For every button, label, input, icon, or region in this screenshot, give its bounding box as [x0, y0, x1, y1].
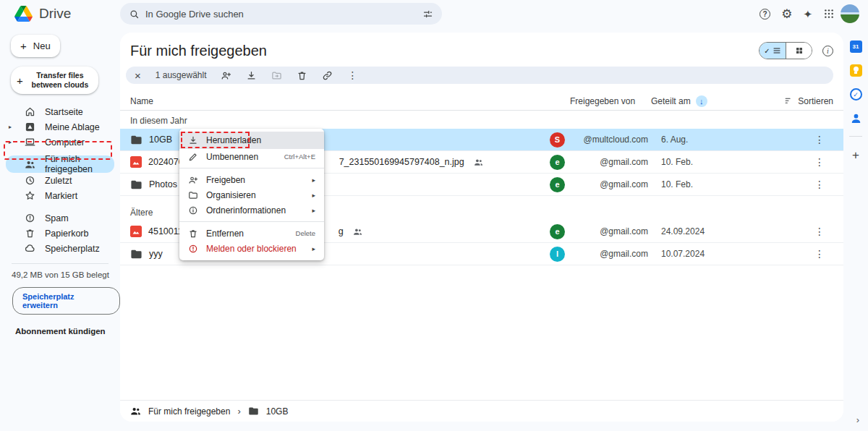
download-icon[interactable] [246, 70, 257, 81]
copy-link-icon[interactable] [322, 70, 333, 81]
owner-avatar: e [550, 177, 565, 192]
menu-item-rename[interactable]: Umbenennen Ctrl+Alt+E [179, 149, 324, 164]
home-icon [25, 106, 35, 117]
menu-item-organize[interactable]: Organisieren ▸ [179, 187, 324, 202]
search-icon [129, 9, 140, 20]
apps-grid-icon[interactable] [823, 8, 835, 20]
menu-divider [179, 221, 324, 222]
context-menu: Herunterladen Umbenennen Ctrl+Alt+E Frei… [179, 129, 324, 260]
sidebar-item-label: Speicherplatz [45, 244, 100, 254]
tasks-icon[interactable]: ✓ [850, 88, 862, 101]
my-drive-icon [25, 121, 35, 132]
row-more-icon[interactable]: ⋮ [814, 226, 825, 237]
search-filter-icon[interactable] [422, 9, 433, 20]
sidebar-item-label: Startseite [45, 107, 83, 117]
header-shared-by[interactable]: Freigegeben von [550, 96, 651, 106]
star-icon [25, 190, 35, 201]
share-person-add-icon[interactable] [221, 70, 231, 81]
sidebar-item-startseite[interactable]: Startseite [6, 104, 114, 119]
drive-logo-icon [14, 6, 33, 22]
folder-icon [248, 406, 259, 417]
menu-item-label: Organisieren [206, 190, 256, 200]
sidebar-item-meine-ablage[interactable]: ▸ Meine Ablage [6, 119, 114, 135]
list-view-button[interactable]: ✓ [760, 43, 786, 59]
info-icon [188, 205, 198, 216]
menu-item-label: Herunterladen [206, 135, 261, 145]
menu-divider [179, 168, 324, 168]
show-side-panel-icon[interactable]: › [856, 414, 859, 425]
account-avatar[interactable] [841, 4, 859, 23]
details-info-icon[interactable]: i [822, 46, 833, 56]
trash-icon [25, 228, 35, 239]
sidebar-item-label: Markiert [45, 191, 77, 201]
page-header: Für mich freigegeben ✓ i [120, 33, 843, 59]
header-shared-on-label: Geteilt am [651, 96, 691, 106]
sidebar-item-fuer-mich-freigegeben[interactable]: Für mich freigegeben [6, 155, 114, 173]
shared-date: 24.09.2024 [651, 226, 768, 236]
owner-avatar: l [550, 247, 565, 262]
shared-with-me-icon [130, 406, 141, 417]
row-more-icon[interactable]: ⋮ [814, 156, 825, 168]
gemini-sparkle-icon[interactable]: ✦ [803, 9, 812, 20]
row-more-icon[interactable]: ⋮ [814, 248, 825, 260]
expand-arrow-icon[interactable]: ▸ [9, 124, 12, 130]
owner-email: @gmail.com [565, 179, 651, 189]
drive-logo[interactable]: Drive [14, 6, 71, 22]
sidebar-item-computer[interactable]: ▸ Computer [6, 135, 114, 150]
sidebar-item-papierkorb[interactable]: Papierkorb [6, 226, 114, 241]
header-name[interactable]: Name [130, 96, 550, 106]
clear-selection-icon[interactable]: × [135, 70, 141, 81]
sort-control[interactable]: Sortieren [768, 96, 833, 106]
trash-icon [188, 229, 198, 239]
plus-icon: + [17, 74, 23, 87]
sidebar-divider [12, 263, 109, 264]
sort-descending-icon[interactable]: ↓ [696, 95, 707, 107]
sidebar-item-zuletzt[interactable]: Zuletzt [6, 173, 114, 188]
sidebar-item-markiert[interactable]: Markiert [6, 188, 114, 203]
plus-icon: + [20, 40, 27, 52]
menu-item-label: Ordnerinformationen [206, 205, 286, 216]
menu-item-remove[interactable]: Entfernen Delete [179, 226, 324, 241]
breadcrumb-root[interactable]: Für mich freigegeben [148, 406, 230, 417]
search-input[interactable] [145, 9, 417, 20]
shared-date: 10.07.2024 [651, 249, 768, 259]
row-more-icon[interactable]: ⋮ [814, 179, 825, 190]
menu-item-report-or-block[interactable]: Melden oder blockieren ▸ [179, 241, 324, 256]
chevron-right-icon: › [237, 406, 240, 417]
menu-item-share[interactable]: Freigeben ▸ [179, 172, 324, 187]
sidebar-item-spam[interactable]: Spam [6, 210, 114, 226]
grid-view-icon [795, 46, 804, 55]
grid-view-button[interactable] [786, 43, 812, 59]
menu-item-label: Umbenennen [206, 152, 258, 162]
more-actions-icon[interactable]: ⋮ [347, 69, 357, 81]
add-app-icon[interactable]: + [852, 148, 859, 163]
search-bar[interactable] [120, 3, 442, 25]
row-more-icon[interactable]: ⋮ [814, 134, 825, 145]
menu-item-folder-info[interactable]: Ordnerinformationen ▸ [179, 202, 324, 218]
trash-icon[interactable] [297, 70, 307, 81]
sidebar-item-speicherplatz[interactable]: Speicherplatz [6, 241, 114, 256]
sort-label: Sortieren [798, 96, 833, 106]
cancel-subscription-link[interactable]: Abonnement kündigen [15, 327, 120, 336]
sort-lines-icon [784, 96, 793, 106]
help-icon[interactable]: ? [760, 9, 770, 20]
shared-people-icon [474, 158, 483, 167]
menu-item-download[interactable]: Herunterladen [179, 132, 324, 149]
file-name-end: 7_231550169945797408_n.jpg [339, 157, 464, 167]
calendar-icon[interactable]: 31 [850, 40, 862, 53]
new-button[interactable]: + Neu [11, 35, 60, 57]
menu-item-label: Entfernen [206, 229, 244, 239]
breadcrumb-current[interactable]: 10GB [266, 406, 289, 417]
header-shared-on[interactable]: Geteilt am ↓ [651, 95, 768, 107]
keep-icon[interactable] [850, 64, 862, 77]
view-toggle: ✓ [759, 42, 812, 59]
new-button-label: Neu [33, 40, 51, 51]
expand-arrow-icon[interactable]: ▸ [9, 139, 12, 145]
submenu-arrow-icon: ▸ [312, 245, 315, 252]
file-name: yyy [149, 249, 163, 259]
contacts-icon[interactable] [850, 112, 862, 124]
upgrade-storage-button[interactable]: Speicherplatz erweitern [12, 287, 120, 315]
topbar: Drive ? ⚙ ✦ [0, 0, 868, 27]
transfer-clouds-button[interactable]: + Transfer files between clouds [11, 67, 98, 94]
settings-gear-icon[interactable]: ⚙ [781, 8, 792, 20]
